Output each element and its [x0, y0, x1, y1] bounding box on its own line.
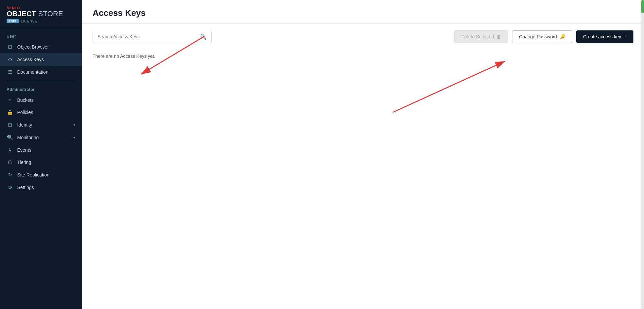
- documentation-icon: ☰: [7, 69, 13, 75]
- sidebar-item-site-replication[interactable]: ↻ Site Replication: [0, 169, 82, 181]
- sidebar: MINIO OBJECT STORE AGPL LICENSE User ⊞ O…: [0, 0, 82, 309]
- search-icon: 🔍: [200, 34, 207, 40]
- object-browser-icon: ⊞: [7, 44, 13, 50]
- sidebar-item-label: Tiering: [17, 160, 31, 165]
- sidebar-item-label: Monitoring: [17, 135, 39, 140]
- trash-icon: 🗑: [497, 34, 501, 39]
- events-icon: λ: [7, 147, 13, 153]
- search-input[interactable]: [98, 34, 197, 39]
- scrollbar-track[interactable]: [641, 0, 644, 309]
- sidebar-item-buckets[interactable]: ≡ Buckets: [0, 94, 82, 106]
- page-header: Access Keys: [82, 0, 644, 24]
- logo-area: MINIO OBJECT STORE AGPL LICENSE: [0, 0, 82, 28]
- toolbar: 🔍 Delete Selected 🗑 Change Password 🔑 Cr…: [82, 24, 644, 50]
- sidebar-item-events[interactable]: λ Events: [0, 144, 82, 156]
- sidebar-item-identity[interactable]: ⊞ Identity ▾: [0, 119, 82, 131]
- identity-chevron-icon: ▾: [73, 123, 75, 127]
- sidebar-item-access-keys[interactable]: ⊙ Access Keys: [0, 53, 82, 66]
- monitoring-icon: 🔍: [7, 135, 13, 140]
- search-box[interactable]: 🔍: [93, 31, 212, 43]
- identity-icon: ⊞: [7, 122, 13, 128]
- empty-message: There are no Access Keys yet.: [93, 50, 633, 63]
- sidebar-item-label: Site Replication: [17, 172, 49, 177]
- change-password-label: Change Password: [519, 34, 557, 39]
- policies-icon: 🔒: [7, 109, 13, 115]
- sidebar-item-monitoring[interactable]: 🔍 Monitoring ▾: [0, 131, 82, 144]
- delete-selected-button[interactable]: Delete Selected 🗑: [454, 30, 508, 43]
- logo-agpl-badge: AGPL: [7, 19, 19, 23]
- change-password-button[interactable]: Change Password 🔑: [512, 30, 572, 43]
- settings-icon: ⚙: [7, 184, 13, 190]
- main-content: Access Keys 🔍 Delete Selected 🗑 Change P…: [82, 0, 644, 309]
- sidebar-item-documentation[interactable]: ☰ Documentation: [0, 66, 82, 78]
- sidebar-item-policies[interactable]: 🔒 Policies: [0, 106, 82, 119]
- sidebar-item-tiering[interactable]: ⬡ Tiering: [0, 156, 82, 169]
- license-label: LICENSE: [21, 19, 37, 23]
- buckets-icon: ≡: [7, 97, 13, 103]
- logo-title: OBJECT STORE: [7, 10, 75, 18]
- sidebar-item-label: Access Keys: [17, 57, 44, 62]
- sidebar-item-label: Identity: [17, 122, 32, 128]
- logo-license: AGPL LICENSE: [7, 19, 75, 23]
- access-keys-icon: ⊙: [7, 57, 13, 62]
- delete-selected-label: Delete Selected: [461, 34, 494, 39]
- sidebar-item-label: Documentation: [17, 69, 48, 75]
- sidebar-item-settings[interactable]: ⚙ Settings: [0, 181, 82, 194]
- create-access-key-button[interactable]: Create access key +: [576, 30, 633, 43]
- sidebar-item-label: Events: [17, 147, 31, 153]
- key-icon: 🔑: [560, 34, 565, 39]
- sidebar-item-label: Buckets: [17, 97, 34, 103]
- sidebar-divider-1: [7, 80, 75, 80]
- content-area: There are no Access Keys yet.: [82, 50, 644, 309]
- site-replication-icon: ↻: [7, 172, 13, 178]
- scrollbar-thumb[interactable]: [641, 0, 644, 13]
- create-access-key-label: Create access key: [583, 34, 621, 39]
- admin-section-label: Administrator: [0, 81, 82, 94]
- plus-icon: +: [624, 34, 626, 39]
- sidebar-item-label: Settings: [17, 185, 34, 190]
- page-title: Access Keys: [93, 8, 633, 18]
- sidebar-item-label: Object Browser: [17, 44, 49, 50]
- tiering-icon: ⬡: [7, 159, 13, 165]
- sidebar-item-label: Policies: [17, 110, 33, 115]
- user-section-label: User: [0, 28, 82, 41]
- monitoring-chevron-icon: ▾: [73, 135, 75, 140]
- sidebar-item-object-browser[interactable]: ⊞ Object Browser: [0, 41, 82, 53]
